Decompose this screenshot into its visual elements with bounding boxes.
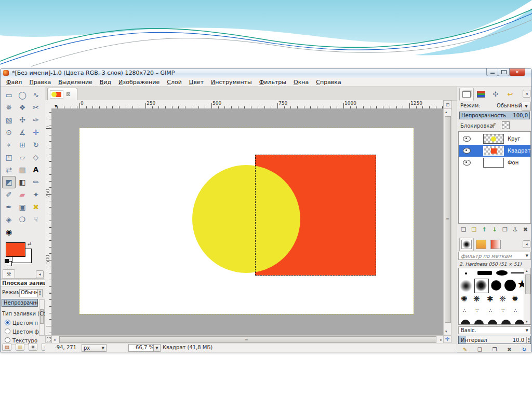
brush-dock-collapse-button[interactable]: ◂ bbox=[523, 240, 530, 248]
brush-thumbnail[interactable]: ✺ bbox=[461, 294, 468, 304]
dock-collapse-button[interactable]: ◂ bbox=[523, 90, 530, 98]
tool-move-button[interactable]: ✛ bbox=[29, 126, 43, 139]
raise-layer-button[interactable]: ↑ bbox=[480, 225, 489, 234]
tool-gradient-button[interactable]: ◧ bbox=[16, 176, 29, 188]
brush-thumbnail[interactable]: ∴ bbox=[489, 308, 492, 313]
brush-thumbnail[interactable] bbox=[496, 270, 508, 276]
visibility-eye-icon[interactable] bbox=[463, 136, 471, 142]
scroll-up-icon[interactable]: ▴ bbox=[445, 110, 447, 114]
brush-grid-scrollbar[interactable]: ▴ ▾ bbox=[524, 268, 530, 324]
delete-brush-button[interactable]: ✖ bbox=[505, 346, 514, 353]
tool-text-button[interactable]: A bbox=[29, 163, 43, 176]
menu-help[interactable]: Справка bbox=[312, 79, 344, 86]
spacing-spin-icon[interactable]: ▲▼ bbox=[526, 337, 531, 343]
zoom-dropdown-icon[interactable]: ▼ bbox=[153, 344, 161, 352]
unit-select[interactable]: px ▼ bbox=[82, 344, 107, 352]
brush-thumbnail[interactable] bbox=[501, 320, 511, 324]
layer-mode-value[interactable]: Обычный bbox=[497, 103, 522, 108]
image-tab[interactable]: ⊠ bbox=[47, 88, 77, 100]
tool-cage-transform-button[interactable]: ▦ bbox=[16, 163, 29, 176]
layer-row-square[interactable]: Квадрат bbox=[459, 145, 530, 157]
tool-color-picker-button[interactable]: ✑ bbox=[29, 114, 43, 126]
zoom-level-input[interactable]: 66,7 % bbox=[128, 344, 155, 352]
brush-thumbnail[interactable]: ∴ bbox=[463, 308, 466, 313]
anchor-layer-button[interactable]: ⚓ bbox=[511, 225, 520, 234]
default-colors-button[interactable] bbox=[5, 259, 11, 266]
visibility-eye-icon[interactable] bbox=[463, 160, 471, 166]
brush-filter-combo[interactable]: фильтр по меткам ▼ bbox=[458, 252, 531, 260]
tab-tool-options[interactable]: ⚒ bbox=[3, 269, 15, 278]
lock-pixels-icon[interactable]: ✐ bbox=[491, 122, 496, 129]
brush-thumbnail[interactable] bbox=[491, 280, 501, 291]
tool-ink-button[interactable]: ✒ bbox=[2, 201, 16, 213]
restore-options-button[interactable]: ▥ bbox=[16, 343, 24, 351]
brush-thumbnail[interactable]: ❋ bbox=[473, 294, 480, 304]
tool-foreground-select-button[interactable]: ▧ bbox=[2, 114, 16, 126]
scroll-left-icon[interactable]: ◂ bbox=[54, 338, 56, 342]
title-bar[interactable]: *[Без имени]-1.0 (Цвета RGB, 3 слоя) 128… bbox=[1, 68, 531, 78]
brush-thumbnail[interactable]: ∵ bbox=[501, 308, 504, 313]
new-group-button[interactable]: ❏ bbox=[470, 225, 478, 234]
tool-airbrush-button[interactable]: ✦ bbox=[29, 188, 43, 201]
fill-option-bg[interactable]: Цветом ф bbox=[5, 328, 39, 335]
vscroll-thumb[interactable]: ≡ bbox=[445, 116, 451, 323]
brush-thumbnail[interactable] bbox=[504, 280, 516, 291]
tool-scissors-select-button[interactable]: ✂ bbox=[29, 101, 43, 114]
tool-bucket-fill-button[interactable]: ◩ bbox=[2, 176, 16, 188]
visibility-eye-icon[interactable] bbox=[463, 148, 471, 154]
fill-mode-spin-icon[interactable]: ▲▼ bbox=[37, 289, 43, 297]
quick-mask-toggle[interactable] bbox=[45, 335, 51, 343]
tool-rectangle-select-button[interactable]: ▭ bbox=[2, 89, 16, 101]
brush-thumbnail[interactable] bbox=[515, 320, 524, 324]
navigation-cross-button[interactable]: ✛ bbox=[443, 335, 451, 343]
layer-mode-dropdown-icon[interactable]: ▼ bbox=[522, 102, 531, 111]
tool-eraser-button[interactable]: ▰ bbox=[16, 188, 29, 201]
tool-pencil-button[interactable]: ✏ bbox=[29, 176, 43, 188]
brush-thumbnail[interactable]: ∵ bbox=[475, 308, 478, 313]
brush-thumbnail[interactable] bbox=[460, 280, 472, 292]
tool-align-button[interactable]: ⌖ bbox=[2, 139, 16, 151]
layer-opacity-slider[interactable]: Непрозрачность 100,0 bbox=[459, 112, 530, 119]
refresh-brushes-button[interactable]: ↻ bbox=[520, 346, 529, 353]
tool-heal-button[interactable]: ✖ bbox=[29, 201, 43, 213]
scroll-down-icon[interactable]: ▾ bbox=[526, 320, 528, 324]
delete-options-button[interactable]: ✖ bbox=[29, 343, 37, 351]
lower-layer-button[interactable]: ↓ bbox=[490, 225, 499, 234]
layer-row-circle[interactable]: Круг bbox=[459, 133, 530, 145]
scroll-up-icon[interactable]: ▴ bbox=[526, 269, 528, 273]
brush-thumbnail[interactable]: ∴ bbox=[514, 308, 517, 313]
tab-layers[interactable] bbox=[459, 88, 474, 101]
duplicate-layer-button[interactable]: ❐ bbox=[500, 225, 509, 234]
tool-perspective-clone-button[interactable]: ◈ bbox=[2, 213, 16, 226]
tool-options-vscrollbar[interactable] bbox=[39, 299, 45, 336]
menu-layer[interactable]: Слой bbox=[163, 79, 185, 86]
tool-free-select-button[interactable]: ∿ bbox=[29, 89, 43, 101]
tool-fuzzy-select-button[interactable]: ✵ bbox=[2, 101, 16, 114]
tool-select-by-color-button[interactable]: ❖ bbox=[16, 101, 29, 114]
tool-zoom-button[interactable]: ⊙ bbox=[2, 126, 16, 139]
brush-thumbnail[interactable]: ✹ bbox=[512, 294, 518, 304]
new-layer-button[interactable]: ❏ bbox=[459, 225, 468, 234]
hscroll-thumb[interactable]: ≡ bbox=[59, 336, 436, 343]
brush-thumbnail-selected[interactable] bbox=[474, 279, 489, 293]
tool-flip-button[interactable]: ⇄ bbox=[2, 163, 16, 176]
tab-channels[interactable] bbox=[474, 88, 488, 101]
toolbox-collapse-button[interactable]: ◂ bbox=[36, 270, 44, 278]
brush-thumbnail[interactable] bbox=[488, 320, 497, 324]
tab-paths[interactable]: ✣ bbox=[488, 88, 503, 101]
tab-undo-history[interactable]: ↩ bbox=[503, 88, 517, 101]
canvas-viewport[interactable] bbox=[51, 108, 443, 335]
tab-close-icon[interactable]: ⊠ bbox=[66, 91, 70, 97]
menu-windows[interactable]: Окна bbox=[290, 79, 312, 86]
tool-measure-button[interactable]: ∡ bbox=[16, 126, 29, 139]
vertical-scrollbar[interactable]: ▴ ≡ ▾ bbox=[443, 108, 451, 335]
menu-colors[interactable]: Цвет bbox=[185, 79, 207, 86]
minimize-button[interactable] bbox=[486, 68, 498, 76]
brush-thumbnail[interactable] bbox=[477, 271, 492, 275]
horizontal-ruler[interactable]: ▼ 0 250 500 750 1000 1250 bbox=[51, 100, 443, 109]
brush-thumbnail[interactable] bbox=[465, 272, 467, 275]
tool-ellipse-select-button[interactable]: ◯ bbox=[16, 89, 29, 101]
tool-paintbrush-button[interactable]: ✐ bbox=[2, 188, 16, 201]
edit-brush-button[interactable]: ✎ bbox=[460, 346, 470, 353]
fill-opacity-slider[interactable]: Непрозрачност bbox=[2, 299, 38, 307]
